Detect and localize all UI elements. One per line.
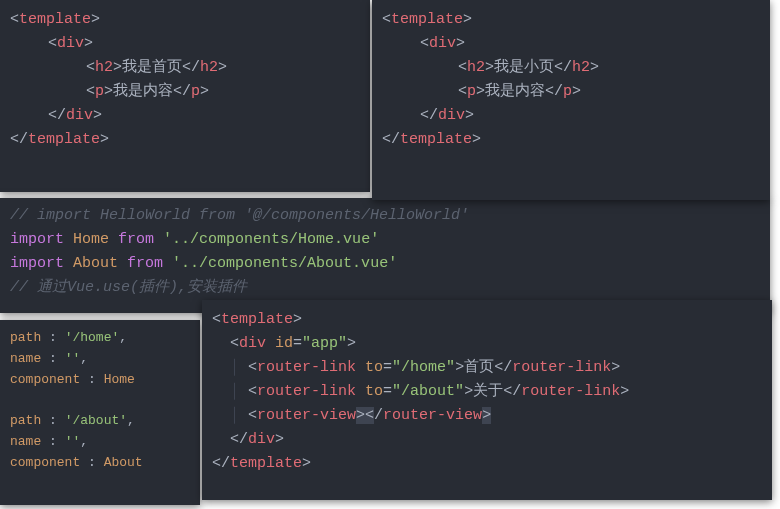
code-line: // 通过Vue.use(插件),安装插件 [10,276,760,300]
code-line: │ <router-link to="/about">关于</router-li… [212,380,762,404]
code-line: <p>我是内容</p> [382,80,760,104]
code-line: <h2>我是首页</h2> [10,56,360,80]
code-line: path : '/about', [10,411,190,432]
code-line: <div> [10,32,360,56]
code-line: component : About [10,453,190,474]
code-line: </template> [10,128,360,152]
code-line: import Home from '../components/Home.vue… [10,228,760,252]
code-editor-about[interactable]: <template> <div> <h2>我是小页</h2> <p>我是内容</… [372,0,770,200]
code-line: import About from '../components/About.v… [10,252,760,276]
code-line: // import HelloWorld from '@/components/… [10,204,760,228]
code-line: name : '', [10,432,190,453]
code-editor-routes[interactable]: path : '/home', name : '', component : H… [0,320,200,505]
code-editor-home[interactable]: <template> <div> <h2>我是首页</h2> <p>我是内容</… [0,0,370,192]
code-editor-imports[interactable]: // import HelloWorld from '@/components/… [0,198,770,313]
code-line: </template> [212,452,762,476]
code-line: <template> [382,8,760,32]
code-line: │ <router-view></router-view> [212,404,762,428]
code-line: <template> [10,8,360,32]
code-line: </template> [382,128,760,152]
code-line: <h2>我是小页</h2> [382,56,760,80]
code-editor-app[interactable]: <template> <div id="app"> │ <router-link… [202,300,772,500]
code-line: path : '/home', [10,328,190,349]
code-line: </div> [382,104,760,128]
code-line: <template> [212,308,762,332]
code-line: </div> [212,428,762,452]
code-line: <div> [382,32,760,56]
code-line: │ <router-link to="/home">首页</router-lin… [212,356,762,380]
code-line: <div id="app"> [212,332,762,356]
code-line: component : Home [10,370,190,391]
code-line: <p>我是内容</p> [10,80,360,104]
code-line [10,390,190,411]
code-line: </div> [10,104,360,128]
code-line: name : '', [10,349,190,370]
